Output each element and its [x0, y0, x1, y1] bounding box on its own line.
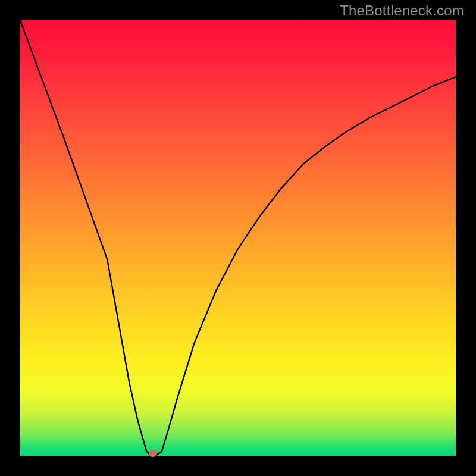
optimal-point-marker: [149, 450, 157, 457]
watermark-text: TheBottleneck.com: [340, 2, 464, 19]
chart-frame: TheBottleneck.com: [0, 0, 476, 476]
plot-area: [20, 20, 456, 456]
bottleneck-curve: [20, 20, 456, 456]
